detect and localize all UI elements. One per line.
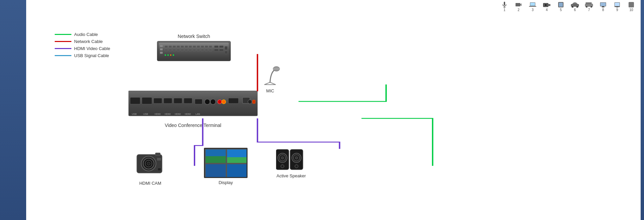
svg-rect-60: [225, 46, 227, 50]
svg-rect-38: [189, 46, 192, 48]
svg-marker-4: [520, 3, 522, 6]
svg-rect-29: [160, 45, 163, 47]
svg-text:LAN: LAN: [196, 113, 200, 115]
svg-text:HDMI: HDMI: [185, 113, 191, 115]
vct-svg: USB USB HDMI HDMI HDMI HDMI LAN: [128, 91, 258, 119]
svg-rect-55: [209, 49, 212, 51]
thumb-icon-6: [570, 1, 580, 8]
svg-rect-0: [504, 2, 505, 5]
svg-text:HDMI: HDMI: [175, 113, 181, 115]
thumb-icon-5: [556, 1, 566, 8]
svg-rect-57: [219, 46, 223, 48]
thumb-5[interactable]: 5: [556, 1, 566, 12]
thumb-num-4: 4: [546, 8, 548, 12]
svg-rect-23: [602, 6, 604, 7]
svg-rect-70: [273, 68, 280, 70]
svg-rect-36: [181, 46, 184, 48]
svg-rect-26: [616, 7, 618, 7]
legend-audio-line: [55, 34, 71, 35]
thumbnails-row: 1 2 3 4 5: [497, 1, 639, 12]
mic-label: MIC: [258, 88, 283, 93]
svg-rect-79: [164, 98, 172, 103]
svg-point-121: [282, 166, 283, 167]
vct: USB USB HDMI HDMI HDMI HDMI LAN Video Co…: [128, 91, 258, 128]
svg-rect-43: [209, 46, 212, 48]
svg-text:USB: USB: [132, 113, 137, 115]
svg-rect-103: [155, 153, 160, 156]
svg-point-83: [205, 99, 210, 104]
right-sidebar: [641, 0, 644, 220]
svg-rect-13: [559, 3, 563, 7]
thumb-9[interactable]: 9: [612, 1, 622, 12]
thumb-7[interactable]: 7: [584, 1, 594, 12]
svg-rect-56: [214, 46, 218, 48]
thumb-num-6: 6: [574, 8, 576, 12]
thumb-icon-2: [514, 1, 524, 8]
svg-rect-30: [160, 48, 163, 50]
svg-point-102: [147, 162, 150, 165]
svg-rect-105: [158, 168, 161, 171]
thumb-10[interactable]: 10: [626, 1, 636, 12]
display-label: Display: [204, 180, 248, 185]
svg-rect-27: [629, 2, 634, 7]
thumb-num-9: 9: [616, 8, 618, 12]
thumb-num-3: 3: [532, 8, 534, 12]
speaker-label: Active Speaker: [276, 173, 306, 178]
svg-rect-3: [516, 3, 520, 6]
svg-rect-52: [197, 49, 200, 51]
svg-point-127: [296, 166, 298, 167]
thumb-3[interactable]: 3: [528, 1, 538, 12]
mic-svg: [258, 64, 283, 86]
svg-line-66: [264, 82, 270, 85]
svg-rect-82: [195, 99, 202, 104]
svg-rect-59: [219, 49, 223, 51]
svg-rect-49: [185, 49, 188, 51]
svg-rect-37: [185, 46, 188, 48]
speaker-device: Active Speaker: [276, 148, 306, 178]
svg-rect-33: [169, 46, 172, 48]
thumb-1[interactable]: 1: [499, 1, 509, 12]
thumb-num-10: 10: [629, 8, 633, 12]
svg-rect-31: [160, 52, 163, 54]
svg-point-89: [248, 100, 252, 104]
thumb-icon-3: [528, 1, 538, 8]
svg-point-15: [572, 6, 574, 8]
svg-rect-35: [177, 46, 180, 48]
thumb-4[interactable]: 4: [542, 1, 552, 12]
svg-point-64: [170, 54, 171, 56]
thumb-icon-4: [542, 1, 552, 8]
svg-point-10: [545, 4, 546, 6]
svg-rect-51: [193, 49, 196, 51]
svg-rect-111: [206, 156, 226, 163]
speaker-svg: [276, 148, 306, 171]
svg-point-19: [586, 6, 588, 8]
svg-point-63: [167, 54, 169, 56]
svg-rect-39: [193, 46, 196, 48]
svg-point-84: [210, 99, 216, 104]
svg-rect-6: [530, 3, 535, 6]
legend-usb-line: [55, 55, 71, 56]
svg-rect-80: [174, 98, 182, 103]
thumb-8[interactable]: 8: [598, 1, 608, 12]
svg-rect-46: [173, 49, 176, 51]
thumb-icon-8: [598, 1, 608, 8]
svg-rect-54: [205, 49, 208, 51]
svg-rect-25: [615, 3, 620, 6]
network-switch: Network Switch: [157, 34, 231, 61]
svg-rect-114: [206, 164, 226, 178]
cam-label: HDMI CAM: [133, 181, 167, 186]
cam-svg: [133, 151, 167, 178]
svg-point-20: [591, 6, 592, 8]
svg-rect-34: [173, 46, 176, 48]
svg-rect-45: [169, 49, 172, 51]
thumb-num-2: 2: [518, 8, 520, 12]
svg-rect-76: [130, 97, 140, 104]
legend-hdmi-line: [55, 48, 71, 49]
cam-device: HDMI CAM: [133, 151, 167, 186]
svg-rect-87: [228, 98, 238, 103]
thumb-2[interactable]: 2: [514, 1, 524, 12]
thumb-6[interactable]: 6: [570, 1, 580, 12]
thumb-num-5: 5: [560, 8, 562, 12]
speaker-icon: [276, 148, 306, 171]
svg-point-16: [576, 6, 578, 8]
